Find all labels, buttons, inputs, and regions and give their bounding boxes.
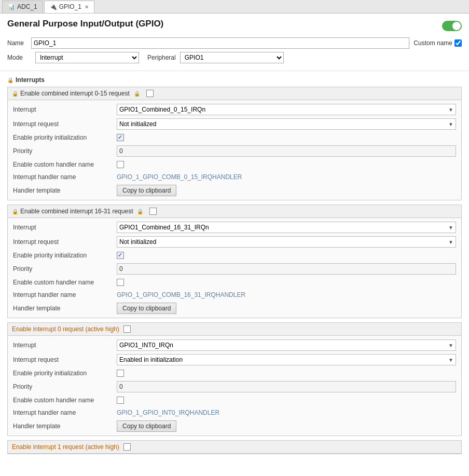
block2-request-arrow: ▼ [448, 357, 453, 363]
block1-handler-name-row: Interrupt handler name GPIO_1_GPIO_COMB_… [8, 289, 461, 301]
block1-handler-name-value: GPIO_1_GPIO_COMB_16_31_IRQHANDLER [117, 291, 456, 298]
block3-header: Enable interrupt 1 request (active high) [8, 441, 461, 454]
block0-interrupt-arrow: ▼ [448, 107, 453, 113]
block2-priority-init-label: Enable priority initialization [13, 370, 117, 377]
block2-interrupt-dropdown[interactable]: GPIO1_INT0_IRQn ▼ [117, 339, 456, 351]
block0-checkbox[interactable] [146, 90, 154, 97]
tab-gpio1-close[interactable]: ✕ [85, 4, 89, 10]
gpio-icon: 🔌 [50, 4, 57, 10]
block1-priority-init-value [117, 252, 456, 260]
block0-request-value: Not initialized ▼ [117, 118, 456, 130]
block1-template-value: Copy to clipboard [117, 303, 456, 314]
block0-copy-button[interactable]: Copy to clipboard [117, 185, 176, 196]
block2-form: Interrupt GPIO1_INT0_IRQn ▼ Interrupt re… [8, 336, 461, 436]
block1-custom-handler-value [117, 279, 456, 287]
peripheral-select[interactable]: GPIO1 [180, 52, 284, 63]
block0-priority-field[interactable]: 0 [117, 145, 456, 157]
name-input[interactable] [31, 37, 409, 49]
block0-priority-init-value [117, 134, 456, 142]
block2-copy-button[interactable]: Copy to clipboard [117, 420, 176, 432]
custom-name-checkbox[interactable] [454, 39, 462, 47]
block1-header-label: Enable combined interrupt 16-31 request [20, 208, 133, 215]
mode-row: Mode Interrupt Peripheral GPIO1 [7, 52, 462, 63]
interrupt-block-1: 🔒 Enable combined interrupt 16-31 reques… [7, 205, 462, 318]
block1-request-dropdown[interactable]: Not initialized ▼ [117, 236, 456, 248]
block2-priority-init-value [117, 370, 456, 377]
block0-priority-label: Priority [13, 147, 117, 155]
block1-lock-icon: 🔒 [12, 209, 18, 214]
block1-interrupt-label: Interrupt [13, 224, 117, 231]
header-section: General Purpose Input/Output (GPIO) Name… [0, 13, 469, 71]
block1-copy-button[interactable]: Copy to clipboard [117, 303, 176, 314]
block2-handler-name-row: Interrupt handler name GPIO_1_GPIO_INT0_… [8, 406, 461, 419]
block0-lock-icon: 🔒 [12, 91, 18, 97]
block2-priority-field[interactable]: 0 [117, 381, 456, 392]
block2-header-label: Enable interrupt 0 request (active high) [12, 325, 119, 333]
block0-handler-name-text: GPIO_1_GPIO_COMB_0_15_IRQHANDLER [117, 173, 242, 181]
block0-header: 🔒 Enable combined interrupt 0-15 request… [8, 87, 461, 100]
block0-handler-name-row: Interrupt handler name GPIO_1_GPIO_COMB_… [8, 171, 461, 183]
tab-gpio1-label: GPIO_1 [59, 3, 81, 10]
tab-bar: 📊 ADC_1 🔌 GPIO_1 ✕ [0, 0, 469, 13]
block0-priority-init-checkbox[interactable] [117, 134, 124, 141]
enable-toggle[interactable] [442, 21, 462, 31]
name-label: Name [7, 39, 28, 47]
block2-request-dropdown[interactable]: Enabled in initialization ▼ [117, 354, 456, 365]
block1-custom-handler-checkbox[interactable] [117, 279, 124, 286]
block1-priority-init-checkbox[interactable] [117, 252, 124, 259]
block0-interrupt-dropdown[interactable]: GPIO1_Combined_0_15_IRQn ▼ [117, 104, 456, 115]
lock-icon: 🔒 [7, 77, 13, 83]
block1-template-label: Handler template [13, 305, 117, 312]
block1-checkbox[interactable] [149, 208, 157, 215]
interrupts-label: Interrupts [16, 76, 45, 84]
block0-handler-name-value: GPIO_1_GPIO_COMB_0_15_IRQHANDLER [117, 173, 456, 181]
block0-custom-handler-value [117, 161, 456, 169]
block0-template-value: Copy to clipboard [117, 185, 456, 196]
block0-lock2-icon: 🔒 [134, 91, 140, 97]
block0-interrupt-label: Interrupt [13, 106, 117, 113]
block1-interrupt-row: Interrupt GPIO1_Combined_16_31_IRQn ▼ [8, 220, 461, 235]
block2-priority-init-checkbox[interactable] [117, 370, 124, 377]
block0-priority-row: Priority 0 [8, 144, 461, 158]
block2-interrupt-arrow: ▼ [448, 343, 453, 348]
block0-form: Interrupt GPIO1_Combined_0_15_IRQn ▼ Int… [8, 100, 461, 200]
mode-label: Mode [7, 54, 28, 61]
block2-custom-handler-checkbox[interactable] [117, 397, 124, 404]
block2-custom-handler-value [117, 397, 456, 404]
block1-priority-field[interactable]: 0 [117, 263, 456, 275]
block3-checkbox[interactable] [123, 443, 131, 451]
custom-name-label: Custom name [413, 39, 462, 47]
block1-lock2-icon: 🔒 [137, 209, 143, 214]
block2-interrupt-value: GPIO1_INT0_IRQn ▼ [117, 339, 456, 351]
tab-adc1[interactable]: 📊 ADC_1 [2, 1, 43, 13]
block1-priority-row: Priority 0 [8, 262, 461, 276]
interrupt-block-0: 🔒 Enable combined interrupt 0-15 request… [7, 87, 462, 200]
block1-priority-init-label: Enable priority initialization [13, 252, 117, 259]
block1-interrupt-dropdown[interactable]: GPIO1_Combined_16_31_IRQn ▼ [117, 222, 456, 233]
block0-request-dropdown[interactable]: Not initialized ▼ [117, 118, 456, 130]
block2-request-row: Interrupt request Enabled in initializat… [8, 352, 461, 367]
name-row: Name Custom name [7, 37, 462, 49]
block0-priority-init-row: Enable priority initialization [8, 131, 461, 144]
tab-gpio1[interactable]: 🔌 GPIO_1 ✕ [44, 1, 94, 13]
block2-header: Enable interrupt 0 request (active high) [8, 323, 461, 336]
block2-request-value: Enabled in initialization ▼ [117, 354, 456, 365]
scroll-area[interactable]: 🔒 Interrupts 🔒 Enable combined interrupt… [0, 71, 469, 476]
block1-interrupt-value: GPIO1_Combined_16_31_IRQn ▼ [117, 222, 456, 233]
toggle-knob [452, 22, 461, 30]
block1-request-row: Interrupt request Not initialized ▼ [8, 235, 461, 249]
block2-custom-handler-row: Enable custom handler name [8, 394, 461, 406]
main-area: General Purpose Input/Output (GPIO) Name… [0, 13, 469, 476]
block0-custom-handler-checkbox[interactable] [117, 161, 124, 168]
page-title: General Purpose Input/Output (GPIO) [7, 19, 163, 29]
block1-header: 🔒 Enable combined interrupt 16-31 reques… [8, 205, 461, 218]
block2-checkbox[interactable] [123, 325, 131, 333]
block0-template-label: Handler template [13, 187, 117, 194]
block2-priority-row: Priority 0 [8, 379, 461, 394]
block0-header-label: Enable combined interrupt 0-15 request [20, 90, 130, 97]
block1-template-row: Handler template Copy to clipboard [8, 301, 461, 316]
block1-form: Interrupt GPIO1_Combined_16_31_IRQn ▼ In… [8, 218, 461, 318]
block2-template-label: Handler template [13, 423, 117, 430]
mode-select[interactable]: Interrupt [35, 52, 139, 63]
block1-request-arrow: ▼ [448, 239, 453, 245]
